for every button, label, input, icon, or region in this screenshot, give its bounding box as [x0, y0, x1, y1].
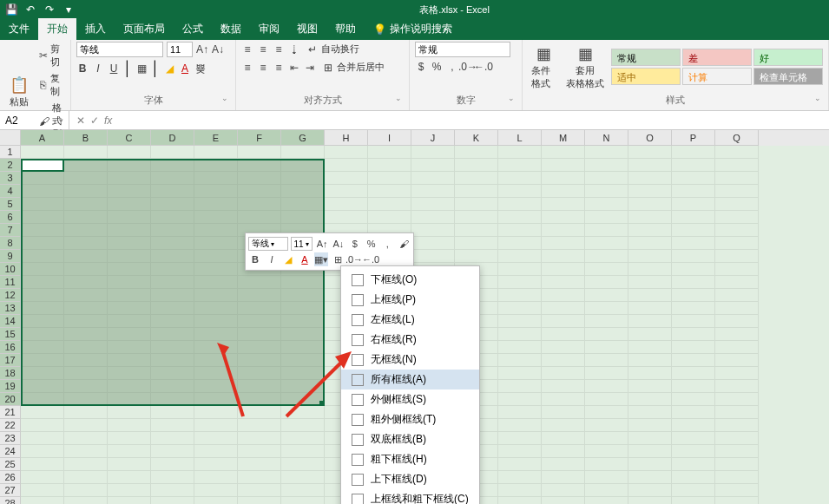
- cell[interactable]: [151, 146, 194, 159]
- cell[interactable]: [628, 250, 672, 263]
- cell[interactable]: [628, 432, 672, 445]
- cell[interactable]: [672, 276, 715, 289]
- phonetic-button[interactable]: 뿆: [194, 62, 207, 75]
- cell[interactable]: [21, 471, 64, 484]
- border-menu-item[interactable]: 所有框线(A): [341, 370, 479, 389]
- cell[interactable]: [64, 198, 108, 211]
- cell[interactable]: [672, 146, 715, 159]
- cell[interactable]: [194, 393, 238, 406]
- decrease-font-icon[interactable]: A↓: [212, 43, 224, 56]
- cell[interactable]: [628, 393, 672, 406]
- style-cell[interactable]: 适中: [611, 68, 681, 85]
- font-name-select[interactable]: [76, 42, 163, 57]
- cell[interactable]: [21, 432, 64, 445]
- cell[interactable]: [715, 471, 759, 484]
- cell[interactable]: [411, 159, 455, 172]
- cell[interactable]: [542, 471, 585, 484]
- cell[interactable]: [64, 445, 108, 458]
- cell[interactable]: [151, 172, 194, 185]
- cell[interactable]: [238, 328, 281, 341]
- cell[interactable]: [368, 146, 411, 159]
- cell[interactable]: [194, 315, 238, 328]
- cell[interactable]: [64, 393, 108, 406]
- col-header[interactable]: P: [672, 130, 715, 146]
- cell[interactable]: [628, 302, 672, 315]
- cell[interactable]: [542, 224, 585, 237]
- cell[interactable]: [498, 328, 542, 341]
- row-header[interactable]: 13: [0, 302, 21, 315]
- cell[interactable]: [64, 341, 108, 354]
- col-header[interactable]: D: [151, 130, 194, 146]
- align-bottom-icon[interactable]: ≡: [273, 43, 285, 56]
- cell[interactable]: [715, 172, 759, 185]
- cell[interactable]: [672, 367, 715, 380]
- cell[interactable]: [715, 341, 759, 354]
- mini-format-painter-icon[interactable]: 🖌: [397, 237, 411, 251]
- cell[interactable]: [281, 198, 325, 211]
- cell[interactable]: [21, 185, 64, 198]
- cell[interactable]: [64, 146, 108, 159]
- cell[interactable]: [542, 185, 585, 198]
- cell[interactable]: [585, 341, 628, 354]
- cell[interactable]: [21, 354, 64, 367]
- align-left-icon[interactable]: ≡: [241, 62, 253, 74]
- cell[interactable]: [585, 237, 628, 250]
- cell[interactable]: [542, 406, 585, 419]
- cell[interactable]: [194, 263, 238, 276]
- cell[interactable]: [585, 159, 628, 172]
- mini-font-name[interactable]: 等线▾: [248, 237, 288, 251]
- cell[interactable]: [238, 302, 281, 315]
- row-header[interactable]: 26: [0, 471, 21, 484]
- cell[interactable]: [281, 445, 325, 458]
- cell[interactable]: [194, 341, 238, 354]
- cell[interactable]: [281, 315, 325, 328]
- cell[interactable]: [194, 289, 238, 302]
- cell[interactable]: [542, 445, 585, 458]
- cell[interactable]: [108, 367, 151, 380]
- namebox-dropdown-icon[interactable]: ▾: [59, 116, 63, 125]
- cell[interactable]: [238, 393, 281, 406]
- row-header[interactable]: 27: [0, 484, 21, 497]
- save-icon[interactable]: 💾: [5, 3, 17, 16]
- cell[interactable]: [238, 406, 281, 419]
- cell[interactable]: [281, 354, 325, 367]
- cell[interactable]: [368, 198, 411, 211]
- cell[interactable]: [194, 432, 238, 445]
- cell[interactable]: [238, 276, 281, 289]
- cell[interactable]: [585, 172, 628, 185]
- col-header[interactable]: N: [585, 130, 628, 146]
- col-header[interactable]: H: [325, 130, 368, 146]
- tab-view[interactable]: 视图: [288, 18, 326, 40]
- cell[interactable]: [411, 172, 455, 185]
- cell[interactable]: [542, 146, 585, 159]
- cell[interactable]: [411, 250, 455, 263]
- cell[interactable]: [672, 159, 715, 172]
- cell[interactable]: [585, 289, 628, 302]
- cell[interactable]: [238, 471, 281, 484]
- mini-currency-icon[interactable]: $: [348, 237, 362, 251]
- cell[interactable]: [411, 185, 455, 198]
- cell[interactable]: [542, 328, 585, 341]
- cell[interactable]: [715, 380, 759, 393]
- cell[interactable]: [238, 289, 281, 302]
- italic-button[interactable]: I: [92, 62, 104, 75]
- cell[interactable]: [108, 185, 151, 198]
- cell[interactable]: [672, 432, 715, 445]
- cell[interactable]: [238, 159, 281, 172]
- cell[interactable]: [108, 380, 151, 393]
- cell[interactable]: [498, 146, 542, 159]
- cell[interactable]: [411, 211, 455, 224]
- cell[interactable]: [151, 328, 194, 341]
- cell[interactable]: [194, 406, 238, 419]
- cell[interactable]: [108, 263, 151, 276]
- cell[interactable]: [498, 185, 542, 198]
- cell[interactable]: [498, 419, 542, 432]
- align-top-icon[interactable]: ≡: [241, 43, 253, 56]
- row-header[interactable]: 10: [0, 263, 21, 276]
- col-header[interactable]: F: [238, 130, 281, 146]
- cell[interactable]: [585, 432, 628, 445]
- cell[interactable]: [411, 237, 455, 250]
- cell[interactable]: [715, 263, 759, 276]
- cell[interactable]: [368, 159, 411, 172]
- mini-decimal-dec-icon[interactable]: ←.0: [364, 252, 378, 266]
